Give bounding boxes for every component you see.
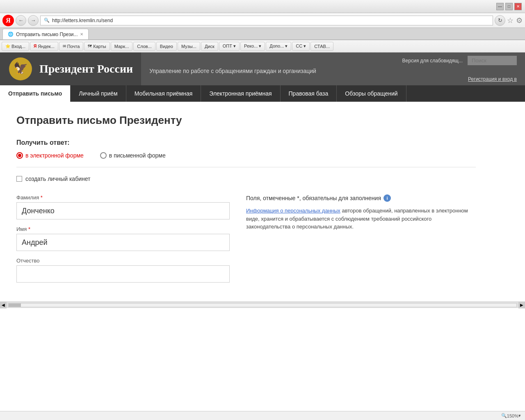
title-bar: — □ ✕: [0, 0, 525, 13]
svg-text:🦅: 🦅: [14, 62, 28, 75]
main-content: Отправить письмо Президенту Получить отв…: [0, 102, 492, 301]
bookmark-label: Вход...: [11, 44, 25, 49]
page-title: Отправить письмо Президенту: [16, 114, 476, 127]
tab-close-button[interactable]: ✕: [80, 32, 83, 37]
window-controls: — □ ✕: [496, 3, 522, 10]
header-search-input[interactable]: [468, 56, 517, 65]
checkbox-cabinet-label: создать личный кабинет: [25, 176, 90, 182]
bookmark-label: СТАВ...: [314, 44, 330, 49]
nav-electronic-reception[interactable]: Электронная приёмная: [201, 85, 280, 102]
scroll-thumb[interactable]: [9, 304, 21, 307]
site-title: Президент России: [39, 62, 133, 75]
firstname-required-star: *: [28, 226, 30, 232]
site-header: 🦅 Президент России Версия для слабовидящ…: [0, 52, 525, 85]
form-divider: [16, 167, 476, 167]
nav-send-letter[interactable]: Отправить письмо: [0, 85, 71, 102]
lastname-required-star: *: [41, 194, 43, 201]
bookmark-ss[interactable]: СС ▾: [292, 42, 310, 51]
bookmark-yandex[interactable]: Я Яндек...: [30, 42, 58, 51]
lastname-input[interactable]: [16, 202, 230, 219]
bookmark-label: Слов...: [137, 44, 152, 49]
bookmark-icon: ⭐: [5, 44, 10, 48]
bookmark-label: Музы...: [181, 44, 196, 49]
bookmark-music[interactable]: Музы...: [178, 42, 200, 51]
bookmark-disk[interactable]: Диск: [201, 42, 218, 51]
form-left: Фамилия * Имя * Отчество: [16, 194, 230, 289]
refresh-button[interactable]: ↻: [495, 15, 505, 26]
bookmark-reko[interactable]: Реко... ▾: [240, 42, 265, 51]
nav-personal-reception[interactable]: Личный приём: [71, 85, 126, 102]
radio-postal-label: в письменной форме: [109, 152, 166, 159]
scroll-right-button[interactable]: ▶: [518, 302, 525, 308]
bookmarks-bar: ⭐ Вход... Я Яндек... ✉ Почта 🗺 Карты Мар…: [0, 40, 525, 52]
close-button[interactable]: ✕: [514, 3, 522, 10]
active-tab[interactable]: 🌐 Отправить письмо Прези... ✕: [2, 29, 89, 39]
radio-electronic[interactable]: в электронной форме: [16, 152, 84, 159]
form-layout: Фамилия * Имя * Отчество: [16, 194, 476, 289]
scroll-track[interactable]: [8, 303, 517, 307]
forward-button[interactable]: →: [28, 15, 39, 26]
header-bottom-right: Регистрация и вход в: [149, 76, 517, 82]
receive-answer-label: Получить ответ:: [16, 139, 476, 146]
radio-postal[interactable]: в письменной форме: [100, 152, 166, 159]
lastname-label: Фамилия *: [16, 194, 230, 201]
nav-legal-base[interactable]: Правовая база: [281, 85, 337, 102]
minimize-button[interactable]: —: [496, 3, 504, 10]
zoom-dropdown-icon[interactable]: ▾: [518, 413, 521, 418]
firstname-group: Имя *: [16, 226, 230, 251]
bookmark-icon: ✉: [63, 44, 66, 48]
bookmark-dict[interactable]: Слов...: [133, 42, 155, 51]
nav-reviews[interactable]: Обзоры обращений: [337, 85, 406, 102]
bookmark-label: Диск: [205, 44, 215, 49]
radio-postal-circle[interactable]: [100, 152, 107, 159]
firstname-label: Имя *: [16, 226, 230, 232]
radio-group-answer: в электронной форме в письменной форме: [16, 152, 476, 159]
status-bar: 🔍 150% ▾: [0, 411, 525, 420]
privacy-text: Информация о персональных данных авторов…: [246, 207, 476, 231]
back-button[interactable]: ←: [16, 15, 26, 26]
address-text: http://letters.kremlin.ru/send: [52, 18, 113, 23]
bookmark-mark[interactable]: Марк...: [111, 42, 133, 51]
bookmark-label: Почта: [67, 44, 80, 49]
star-button[interactable]: ☆: [507, 16, 514, 25]
zoom-icon: 🔍: [501, 413, 507, 418]
tab-bar: 🌐 Отправить письмо Прези... ✕: [0, 28, 525, 40]
zoom-level: 150%: [507, 413, 518, 418]
horizontal-scrollbar[interactable]: ◀ ▶: [0, 301, 525, 308]
bookmark-dopo[interactable]: Допо... ▾: [266, 42, 291, 51]
yandex-logo: Я: [2, 15, 14, 26]
bookmark-icon: Я: [34, 44, 37, 48]
header-top-right: Версия для слабовидящ...: [149, 56, 517, 65]
nav-mobile-reception[interactable]: Мобильная приёмная: [126, 85, 201, 102]
privacy-link[interactable]: Информация о персональных данных: [246, 208, 340, 214]
registration-link[interactable]: Регистрация и вход в: [468, 76, 517, 82]
address-bar[interactable]: 🔍 http://letters.kremlin.ru/send: [40, 16, 493, 25]
bookmark-label: СС ▾: [296, 43, 306, 49]
menu-button[interactable]: ⚙: [516, 16, 523, 25]
info-box: Поля, отмеченные *, обязательны для запо…: [246, 194, 476, 231]
checkbox-cabinet[interactable]: [16, 176, 22, 182]
required-notice: Поля, отмеченные *, обязательны для запо…: [246, 194, 476, 202]
patronymic-input[interactable]: [16, 265, 230, 283]
site-header-right: Версия для слабовидящ... Управление по р…: [141, 52, 525, 85]
radio-electronic-label: в электронной форме: [25, 152, 84, 159]
bookmark-stav[interactable]: СТАВ...: [310, 42, 333, 51]
bookmark-icon: 🗺: [88, 44, 92, 48]
bookmark-label: Допо... ▾: [269, 43, 288, 49]
radio-electronic-circle[interactable]: [16, 152, 23, 159]
nav-bar: Я ← → 🔍 http://letters.kremlin.ru/send ↻…: [0, 13, 525, 28]
bookmark-video[interactable]: Видео: [156, 42, 177, 51]
firstname-input[interactable]: [16, 234, 230, 251]
site-header-left: 🦅 Президент России: [0, 52, 141, 85]
maximize-button[interactable]: □: [505, 3, 513, 10]
bookmark-label: Марк...: [114, 44, 129, 49]
bookmark-vhod[interactable]: ⭐ Вход...: [2, 42, 29, 51]
accessibility-link[interactable]: Версия для слабовидящ...: [402, 58, 463, 64]
bookmark-label: Видео: [160, 44, 173, 49]
scroll-left-button[interactable]: ◀: [0, 302, 7, 308]
bookmark-maps[interactable]: 🗺 Карты: [84, 42, 110, 51]
bookmark-label: Яндек...: [38, 44, 55, 49]
bookmark-opt[interactable]: ОПТ ▾: [219, 42, 240, 51]
bookmark-mail[interactable]: ✉ Почта: [59, 42, 84, 51]
bookmark-label: Карты: [93, 44, 106, 49]
